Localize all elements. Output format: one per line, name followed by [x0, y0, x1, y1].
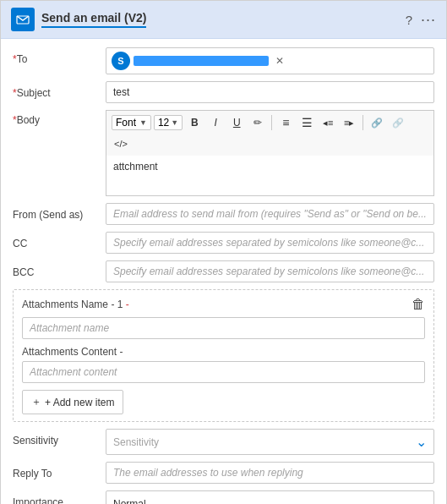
importance-value: Normal [113, 498, 146, 505]
cc-input[interactable] [106, 232, 434, 254]
help-button[interactable]: ? [406, 13, 412, 27]
italic-button[interactable]: I [206, 113, 225, 132]
unordered-list-button[interactable]: ☰ [297, 113, 316, 132]
sensitivity-chevron-icon: ⌄ [416, 434, 427, 450]
importance-field-content: Normal ⌄ [106, 490, 434, 504]
body-toolbar: Font ▼ 12 ▼ B I U ✏ ≡ ☰ ◂≡ ≡▸ [106, 110, 434, 156]
font-label: Font [116, 117, 136, 129]
remove-recipient-button[interactable]: ✕ [275, 55, 284, 67]
attachment-delete-icon[interactable]: 🗑 [412, 297, 425, 312]
code-button[interactable]: </> [112, 134, 130, 153]
header-left: Send an email (V2) [11, 8, 146, 31]
importance-label: Importance [13, 490, 106, 504]
recipient-value [134, 56, 269, 66]
underline-button[interactable]: U [227, 113, 246, 132]
attachment-name-input[interactable] [22, 317, 425, 339]
cc-field-content [106, 232, 434, 254]
body-field-content: Font ▼ 12 ▼ B I U ✏ ≡ ☰ ◂≡ ≡▸ [106, 110, 434, 196]
to-field-content: S ✕ [106, 47, 434, 74]
font-size-select[interactable]: 12 ▼ [154, 115, 183, 130]
add-icon: ＋ [31, 395, 41, 409]
bcc-field-row: BCC [13, 260, 434, 282]
subject-field-row: *Subject [13, 81, 434, 103]
from-label: From (Send as) [13, 203, 106, 221]
app-icon [11, 8, 35, 31]
attachment-content-input[interactable] [22, 361, 425, 383]
ordered-list-button[interactable]: ≡ [276, 113, 295, 132]
reply-to-input[interactable] [106, 462, 434, 484]
more-button[interactable]: ··· [421, 11, 436, 29]
attachments-section: Attachments Name - 1 - 🗑 Attachments Con… [13, 289, 434, 422]
add-item-label: + Add new item [45, 397, 114, 408]
subject-field-content [106, 81, 434, 103]
body-text: attchment [113, 161, 158, 173]
sensitivity-label: Sensitivity [13, 429, 106, 446]
svg-rect-0 [15, 12, 30, 27]
bold-button[interactable]: B [185, 113, 204, 132]
attachments-name-label: Attachments Name - 1 - [22, 299, 129, 310]
unlink-button[interactable]: 🔗 [389, 113, 407, 132]
to-input-wrapper[interactable]: S ✕ [106, 47, 434, 74]
bcc-input[interactable] [106, 260, 434, 282]
sensitivity-field-content: Sensitivity ⌄ [106, 429, 434, 455]
reply-to-label: Reply To [13, 462, 106, 479]
from-field-content [106, 203, 434, 225]
add-new-item-button[interactable]: ＋ + Add new item [22, 390, 123, 414]
font-size-value: 12 [158, 117, 169, 129]
sensitivity-value: Sensitivity [113, 436, 159, 448]
cc-field-row: CC [13, 232, 434, 254]
font-select[interactable]: Font ▼ [112, 115, 151, 130]
attachments-header: Attachments Name - 1 - 🗑 [22, 297, 425, 312]
importance-field-row: Importance Normal ⌄ [13, 490, 434, 504]
attachments-content-label: Attachments Content - [22, 346, 425, 358]
body-editor[interactable]: attchment [106, 156, 434, 196]
header-actions: ? ··· [406, 11, 436, 29]
toolbar-separator-1 [271, 115, 272, 130]
importance-chevron-icon: ⌄ [416, 496, 427, 504]
indent-left-button[interactable]: ◂≡ [319, 113, 337, 132]
sensitivity-field-row: Sensitivity Sensitivity ⌄ [13, 429, 434, 455]
bcc-field-content [106, 260, 434, 282]
importance-dropdown[interactable]: Normal ⌄ [106, 490, 434, 504]
cc-label: CC [13, 232, 106, 249]
link-button[interactable]: 🔗 [368, 113, 386, 132]
to-label: *To [13, 47, 106, 65]
subject-input[interactable] [106, 81, 434, 103]
toolbar-separator-2 [363, 115, 363, 130]
from-input[interactable] [106, 203, 434, 225]
send-email-card: Send an email (V2) ? ··· *To S ✕ *Su [0, 0, 447, 504]
bcc-label: BCC [13, 260, 106, 278]
indent-right-button[interactable]: ≡▸ [340, 113, 358, 132]
dialog-title: Send an email (V2) [41, 11, 146, 28]
to-field-row: *To S ✕ [13, 47, 434, 74]
sensitivity-dropdown[interactable]: Sensitivity ⌄ [106, 429, 434, 455]
recipient-chip: S [112, 52, 130, 70]
pencil-button[interactable]: ✏ [248, 113, 267, 132]
body-label: *Body [13, 110, 106, 126]
from-field-row: From (Send as) [13, 203, 434, 225]
size-caret-icon: ▼ [171, 118, 178, 127]
subject-label: *Subject [13, 81, 106, 99]
form-body: *To S ✕ *Subject *Body [1, 39, 446, 504]
dialog-header: Send an email (V2) ? ··· [1, 1, 446, 39]
reply-to-field-row: Reply To [13, 462, 434, 484]
reply-to-field-content [106, 462, 434, 484]
font-caret-icon: ▼ [139, 118, 147, 127]
body-field-row: *Body Font ▼ 12 ▼ B I U ✏ [13, 110, 434, 196]
